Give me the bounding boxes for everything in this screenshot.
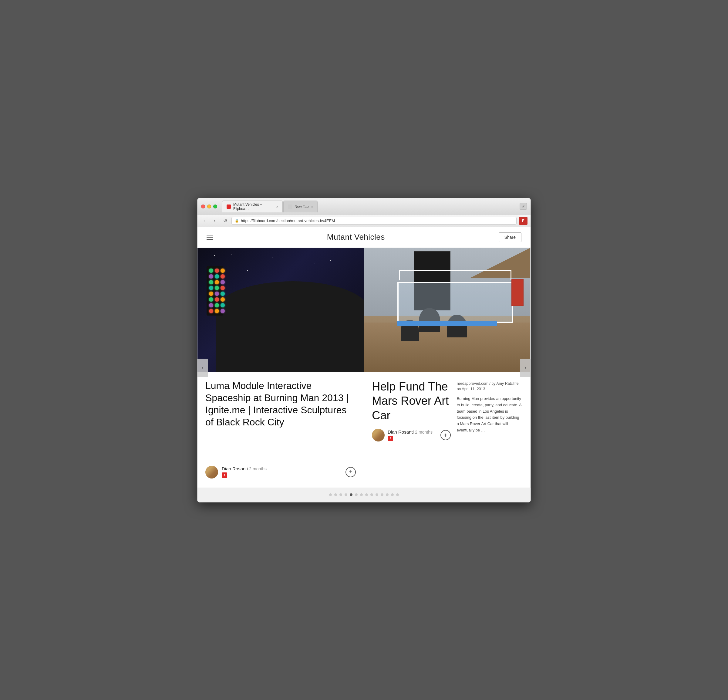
tab-flipboard[interactable]: Mutant Vehicles – Flipboa… × (222, 201, 283, 213)
led-panel (207, 266, 223, 315)
pagination-dot-6[interactable] (360, 493, 363, 496)
led-dot-5 (221, 274, 225, 279)
rover-frame (397, 279, 522, 347)
author-name-right: Dian Rosanti (388, 430, 414, 434)
author-row-right: Dian Rosanti 2 months f + (372, 429, 451, 441)
article-card-left: Luma Module Interactive Spaceship at Bur… (198, 248, 364, 487)
title-bar: Mutant Vehicles – Flipboa… × New Tab × ⤢ (198, 198, 530, 215)
page-title: Mutant Vehicles (327, 233, 385, 242)
hamburger-menu-button[interactable] (207, 235, 213, 240)
tab-bar: Mutant Vehicles – Flipboa… × New Tab × (222, 201, 517, 213)
pagination-dot-9[interactable] (376, 493, 378, 496)
article-image-left (198, 248, 364, 372)
tab-favicon-newtab (288, 204, 292, 209)
articles-grid: ‹ (198, 248, 530, 487)
avatar-image-left (205, 466, 218, 479)
author-time-left: 2 months (249, 466, 267, 471)
pagination-dot-2[interactable] (339, 493, 342, 496)
article-title-right: Help Fund The Mars Rover Art Car (372, 380, 451, 423)
led-dot-21 (209, 309, 213, 313)
led-dot-6 (209, 280, 213, 284)
led-dot-12 (209, 292, 213, 296)
article-body-right: Help Fund The Mars Rover Art Car Dian Ro… (364, 372, 530, 451)
led-dot-2 (221, 269, 225, 273)
pagination-dot-0[interactable] (329, 493, 332, 496)
back-button[interactable]: ‹ (201, 217, 208, 225)
pagination-dot-8[interactable] (370, 493, 373, 496)
article-title-left: Luma Module Interactive Spaceship at Bur… (205, 380, 356, 460)
pagination-dot-7[interactable] (365, 493, 368, 496)
pagination-dot-3[interactable] (345, 493, 347, 496)
tab-newtab[interactable]: New Tab × (283, 201, 318, 213)
author-info-left: Dian Rosanti 2 months f (222, 466, 342, 478)
rover-image (364, 248, 530, 372)
tab-newtab-label: New Tab (295, 204, 309, 209)
window-resize-button[interactable]: ⤢ (520, 203, 527, 210)
author-name-left: Dian Rosanti (222, 466, 248, 471)
prev-arrow-button[interactable]: ‹ (198, 359, 208, 377)
article-excerpt: Burning Man provides an opportunity to b… (457, 396, 522, 434)
led-dot-23 (221, 309, 225, 313)
article-body-right-title-col: Help Fund The Mars Rover Art Car Dian Ro… (372, 380, 451, 442)
minimize-button[interactable] (207, 204, 211, 208)
hamburger-line-2 (207, 237, 213, 237)
rover-body (397, 282, 513, 323)
address-bar[interactable]: 🔒 https://flipboard.com/section/mutant-v… (231, 217, 517, 224)
pagination-dot-11[interactable] (386, 493, 389, 496)
led-dot-19 (215, 303, 219, 307)
add-button-right[interactable]: + (441, 430, 451, 440)
address-text: https://flipboard.com/section/mutant-veh… (241, 218, 335, 223)
led-dot-14 (221, 292, 225, 296)
tab-flipboard-label: Mutant Vehicles – Flipboa… (233, 202, 274, 211)
reload-button[interactable]: ↺ (221, 217, 229, 225)
arch-shape (216, 281, 364, 372)
led-dot-10 (215, 286, 219, 290)
article-body-right-excerpt-col: nerdapproved.com / by Amy Ratcliffe on A… (457, 380, 522, 442)
led-dot-13 (215, 292, 219, 296)
share-button[interactable]: Share (499, 233, 521, 242)
pagination-dot-1[interactable] (334, 493, 337, 496)
maximize-button[interactable] (213, 204, 217, 208)
window-controls (201, 204, 217, 208)
red-equipment (511, 279, 524, 306)
led-dot-4 (215, 274, 219, 279)
avatar-image-right (372, 429, 385, 441)
author-time-right: 2 months (415, 430, 433, 434)
close-button[interactable] (201, 204, 205, 208)
led-dot-3 (209, 274, 213, 279)
led-dot-9 (209, 286, 213, 290)
flipboard-badge-right: f (388, 436, 393, 441)
pagination-dot-13[interactable] (396, 493, 399, 496)
article-meta-left: Dian Rosanti 2 months f + (205, 466, 356, 479)
tab-close-flipboard[interactable]: × (276, 205, 278, 208)
add-button-left[interactable]: + (345, 467, 356, 477)
article-image-right (364, 248, 530, 372)
author-info-right: Dian Rosanti 2 months f (388, 430, 438, 441)
pagination-dot-12[interactable] (391, 493, 394, 496)
page-content: Mutant Vehicles Share ‹ (198, 227, 530, 502)
article-source: nerdapproved.com / by Amy Ratcliffe on A… (457, 381, 522, 392)
blue-base (397, 321, 497, 326)
garage-background (364, 248, 530, 372)
pagination-dot-4[interactable] (350, 493, 352, 496)
led-dot-20 (221, 303, 225, 307)
pagination-dot-10[interactable] (381, 493, 383, 496)
led-dot-7 (215, 280, 219, 284)
avatar-right (372, 429, 385, 441)
led-dot-15 (209, 297, 213, 302)
rover-frame-top (399, 270, 511, 281)
led-dot-0 (209, 269, 213, 273)
extension-button[interactable]: F (519, 217, 527, 225)
tab-close-newtab[interactable]: × (311, 205, 313, 208)
pagination (198, 487, 530, 502)
next-arrow-button[interactable]: › (520, 359, 530, 377)
forward-button[interactable]: › (211, 217, 219, 225)
browser-window: Mutant Vehicles – Flipboa… × New Tab × ⤢… (197, 198, 531, 502)
avatar-left (205, 466, 218, 479)
pagination-dot-5[interactable] (355, 493, 358, 496)
led-dot-18 (209, 303, 213, 307)
hamburger-line-3 (207, 239, 213, 240)
article-body-left: Luma Module Interactive Spaceship at Bur… (198, 372, 364, 487)
flipboard-badge-left: f (222, 473, 227, 478)
led-dot-1 (215, 269, 219, 273)
